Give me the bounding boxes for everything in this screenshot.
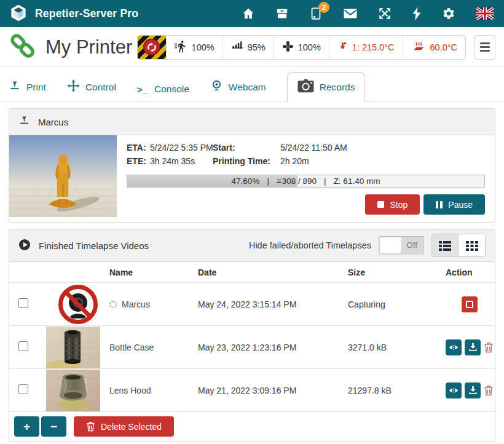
tab-label: Webcam — [229, 82, 266, 93]
video-thumbnail[interactable] — [46, 370, 100, 411]
tab-webcam[interactable]: Webcam — [210, 73, 266, 101]
timelapse-controls: Hide failed/aborted Timelapses Off — [249, 234, 486, 257]
bed-temp-status[interactable]: 60.0°C — [403, 36, 466, 59]
table-row: Lens Hood May 21, 2022 3:09:16 PM 21297.… — [9, 369, 495, 412]
home-icon[interactable] — [242, 7, 255, 20]
thumb-cell — [46, 327, 109, 368]
download-video-button[interactable] — [465, 383, 481, 398]
grid-view-button[interactable] — [459, 234, 485, 256]
progress-text: 47.60% | ≡308 / 890 | Z: 61.40 mm — [127, 175, 484, 187]
timelapse-footer: + − Delete Selected — [9, 412, 495, 441]
video-thumbnail[interactable] — [46, 327, 100, 368]
action-cell — [446, 296, 495, 312]
printer-menu-button[interactable] — [474, 35, 495, 60]
archive-box-icon[interactable] — [275, 7, 289, 20]
timelapse-table: Name Date Size Action Marc — [9, 262, 495, 412]
language-flag-uk-icon[interactable] — [476, 7, 494, 20]
devices-icon[interactable]: 2 — [309, 7, 323, 20]
tab-records[interactable]: Records — [287, 72, 366, 102]
expand-arrows-icon[interactable] — [378, 7, 392, 20]
pause-icon — [436, 201, 443, 208]
fan-icon — [282, 41, 294, 54]
job-details: ETA: 5/24/22 5:35 PM Start: 5/24/22 11:5… — [117, 135, 495, 222]
timelapse-panel: Finished Timelapse Videos Hide failed/ab… — [9, 229, 495, 442]
select-all-button[interactable]: + — [14, 416, 39, 437]
video-date: May 21, 2022 3:09:16 PM — [198, 386, 348, 395]
row-checkbox[interactable] — [18, 298, 28, 308]
video-size: 21297.8 kB — [348, 386, 446, 395]
video-name-cell: Marcus — [109, 299, 198, 309]
stop-icon — [377, 201, 384, 208]
brand[interactable]: Repetier-Server Pro — [10, 4, 138, 23]
job-name: Marcus — [38, 117, 68, 127]
move-arrows-icon — [67, 79, 80, 95]
job-panel-header: Marcus — [9, 109, 495, 135]
progress-percent: 47.60% — [232, 176, 260, 186]
speed-status[interactable]: 100% — [166, 36, 222, 59]
col-name: Name — [109, 268, 198, 277]
tab-print[interactable]: Print — [9, 73, 46, 101]
action-cell — [446, 383, 495, 398]
print-job-panel: Marcus — [9, 108, 495, 223]
hide-failed-toggle[interactable]: Off — [379, 236, 424, 255]
flow-status[interactable]: 95% — [222, 36, 274, 59]
row-checkbox[interactable] — [18, 341, 28, 351]
gear-icon[interactable] — [442, 7, 455, 20]
list-view-button[interactable] — [432, 234, 459, 256]
speed-value: 100% — [192, 42, 215, 52]
flow-icon — [231, 40, 243, 54]
row-checkbox[interactable] — [18, 384, 28, 394]
view-video-button[interactable] — [446, 383, 462, 398]
z-height: Z: 61.40 mm — [334, 176, 380, 186]
tab-console[interactable]: >_ Console — [137, 77, 189, 101]
view-video-button[interactable] — [446, 339, 462, 355]
trash-icon — [86, 421, 95, 432]
video-date: May 23, 2022 1:23:16 PM — [198, 343, 348, 352]
chain-link-icon[interactable] — [9, 33, 37, 61]
thumb-cell — [46, 284, 109, 325]
list-icon — [439, 239, 451, 252]
emergency-stop-button[interactable] — [138, 36, 166, 59]
download-icon — [468, 343, 478, 352]
stop-square-icon — [466, 301, 473, 308]
download-video-button[interactable] — [465, 339, 481, 355]
trash-icon — [484, 385, 494, 396]
job-info-grid: ETA: 5/24/22 5:35 PM Start: 5/24/22 11:5… — [127, 141, 485, 168]
stop-capture-button[interactable] — [462, 296, 478, 312]
pause-button[interactable]: Pause — [423, 194, 485, 215]
extruder-temp-icon — [337, 41, 348, 54]
printer-status-bar: 100% 95% 100% — [137, 35, 466, 60]
emergency-stop-icon — [143, 39, 160, 55]
eta-value: 5/24/22 5:35 PM — [150, 141, 213, 154]
tab-label: Print — [26, 82, 46, 93]
lightning-bolt-icon[interactable] — [412, 7, 422, 21]
extruder-temp-status[interactable]: 1: 215.0°C — [329, 36, 403, 59]
bed-temp-icon — [411, 40, 426, 54]
fan-status[interactable]: 100% — [274, 36, 329, 59]
stop-button[interactable]: Stop — [365, 194, 420, 215]
print-icon — [9, 80, 21, 95]
speed-run-icon — [175, 40, 187, 55]
deselect-all-button[interactable]: − — [41, 416, 66, 437]
delete-video-button[interactable] — [484, 385, 494, 396]
console-prompt-icon: >_ — [137, 84, 149, 95]
video-name-cell: Bottle Case — [109, 343, 198, 352]
tab-control[interactable]: Control — [67, 73, 116, 101]
mail-icon[interactable] — [343, 7, 358, 20]
eye-icon — [449, 344, 459, 351]
start-value: 5/24/22 11:50 AM — [280, 141, 485, 154]
thumb-cell — [46, 370, 109, 411]
delete-selected-button[interactable]: Delete Selected — [74, 416, 174, 437]
flow-value: 95% — [248, 42, 266, 52]
app-title: Repetier-Server Pro — [35, 7, 138, 20]
table-row: Bottle Case May 23, 2022 1:23:16 PM 3271… — [9, 326, 495, 369]
play-circle-icon — [18, 239, 31, 253]
delete-video-button[interactable] — [484, 342, 494, 353]
eta-label: ETA: — [127, 141, 150, 154]
view-mode-group — [431, 234, 486, 257]
video-size: 3271.0 kB — [348, 343, 446, 352]
ete-label: ETE: — [127, 154, 150, 168]
job-actions: Stop Pause — [127, 194, 485, 215]
capturing-spinner-icon — [109, 301, 117, 308]
download-icon — [468, 386, 478, 395]
